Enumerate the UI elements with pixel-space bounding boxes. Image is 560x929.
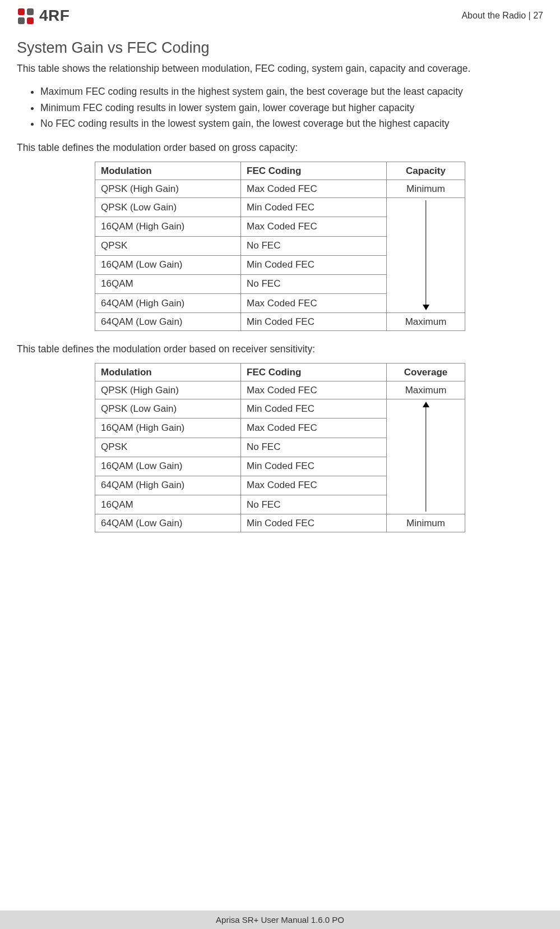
- table-row: 64QAM (Low Gain)Min Coded FECMaximum: [95, 313, 465, 331]
- cell-modulation: QPSK (High Gain): [95, 381, 241, 399]
- cell-modulation: 64QAM (Low Gain): [95, 313, 241, 331]
- cell-fec: Max Coded FEC: [241, 418, 387, 438]
- col-fec: FEC Coding: [241, 162, 387, 180]
- page-label: About the Radio | 27: [461, 11, 543, 21]
- table-row: QPSK (High Gain)Max Coded FECMaximum: [95, 381, 465, 399]
- section-heading: System Gain vs FEC Coding: [17, 39, 543, 57]
- cell-fec: Min Coded FEC: [241, 198, 387, 217]
- cell-capacity: Maximum: [387, 381, 465, 399]
- cell-modulation: QPSK: [95, 438, 241, 457]
- cell-modulation: QPSK (Low Gain): [95, 399, 241, 418]
- cell-modulation: 16QAM (High Gain): [95, 217, 241, 236]
- svg-rect-3: [27, 17, 34, 24]
- svg-rect-0: [18, 8, 25, 15]
- cell-modulation: 16QAM (Low Gain): [95, 457, 241, 476]
- cell-fec: No FEC: [241, 274, 387, 293]
- cell-modulation: 16QAM: [95, 495, 241, 514]
- cell-modulation: 16QAM (High Gain): [95, 418, 241, 438]
- coverage-table: Modulation FEC Coding Coverage QPSK (Hig…: [95, 363, 465, 532]
- bullet-item: Maximum FEC coding results in the highes…: [40, 84, 543, 100]
- svg-rect-1: [27, 8, 34, 15]
- bullet-item: No FEC coding results in the lowest syst…: [40, 116, 543, 132]
- cell-fec: Max Coded FEC: [241, 180, 387, 198]
- cell-capacity: Minimum: [387, 514, 465, 532]
- cell-fec: Min Coded FEC: [241, 514, 387, 532]
- page-header: 4RF About the Radio | 27: [17, 7, 543, 25]
- table1-intro: This table defines the modulation order …: [17, 142, 543, 154]
- company-logo: 4RF: [17, 7, 70, 25]
- cell-modulation: 64QAM (Low Gain): [95, 514, 241, 532]
- table2-intro: This table defines the modulation order …: [17, 343, 543, 355]
- cell-fec: Max Coded FEC: [241, 217, 387, 236]
- logo-icon: [17, 7, 36, 24]
- cell-modulation: 64QAM (High Gain): [95, 294, 241, 313]
- cell-capacity: Minimum: [387, 180, 465, 198]
- table-row: QPSK (Low Gain)Min Coded FEC: [95, 198, 465, 217]
- cell-fec: Min Coded FEC: [241, 255, 387, 274]
- page-footer: Aprisa SR+ User Manual 1.6.0 PO: [0, 910, 560, 929]
- arrow-down-icon: [387, 198, 465, 313]
- col-coverage: Coverage: [387, 364, 465, 381]
- cell-fec: Min Coded FEC: [241, 399, 387, 418]
- cell-modulation: QPSK (High Gain): [95, 180, 241, 198]
- cell-fec: No FEC: [241, 495, 387, 514]
- cell-modulation: QPSK: [95, 236, 241, 255]
- table-row: 64QAM (Low Gain)Min Coded FECMinimum: [95, 514, 465, 532]
- cell-fec: No FEC: [241, 438, 387, 457]
- col-modulation: Modulation: [95, 162, 241, 180]
- logo-text: 4RF: [39, 7, 70, 25]
- cell-fec: No FEC: [241, 236, 387, 255]
- cell-modulation: 64QAM (High Gain): [95, 476, 241, 495]
- fec-bullet-list: Maximum FEC coding results in the highes…: [22, 84, 543, 132]
- footer-text: Aprisa SR+ User Manual 1.6.0 PO: [216, 915, 344, 925]
- table-header-row: Modulation FEC Coding Capacity: [95, 162, 465, 180]
- cell-modulation: QPSK (Low Gain): [95, 198, 241, 217]
- bullet-item: Minimum FEC coding results in lower syst…: [40, 100, 543, 116]
- cell-fec: Max Coded FEC: [241, 294, 387, 313]
- cell-fec: Min Coded FEC: [241, 457, 387, 476]
- table-row: QPSK (Low Gain)Min Coded FEC: [95, 399, 465, 418]
- table-row: QPSK (High Gain)Max Coded FECMinimum: [95, 180, 465, 198]
- cell-fec: Max Coded FEC: [241, 381, 387, 399]
- col-fec: FEC Coding: [241, 364, 387, 381]
- table-header-row: Modulation FEC Coding Coverage: [95, 364, 465, 381]
- cell-capacity: Maximum: [387, 313, 465, 331]
- section-intro: This table shows the relationship betwee…: [17, 62, 543, 76]
- cell-modulation: 16QAM (Low Gain): [95, 255, 241, 274]
- cell-fec: Min Coded FEC: [241, 313, 387, 331]
- cell-fec: Max Coded FEC: [241, 476, 387, 495]
- svg-rect-2: [18, 17, 25, 24]
- cell-modulation: 16QAM: [95, 274, 241, 293]
- col-capacity: Capacity: [387, 162, 465, 180]
- capacity-table: Modulation FEC Coding Capacity QPSK (Hig…: [95, 162, 465, 331]
- col-modulation: Modulation: [95, 364, 241, 381]
- arrow-up-icon: [387, 399, 465, 514]
